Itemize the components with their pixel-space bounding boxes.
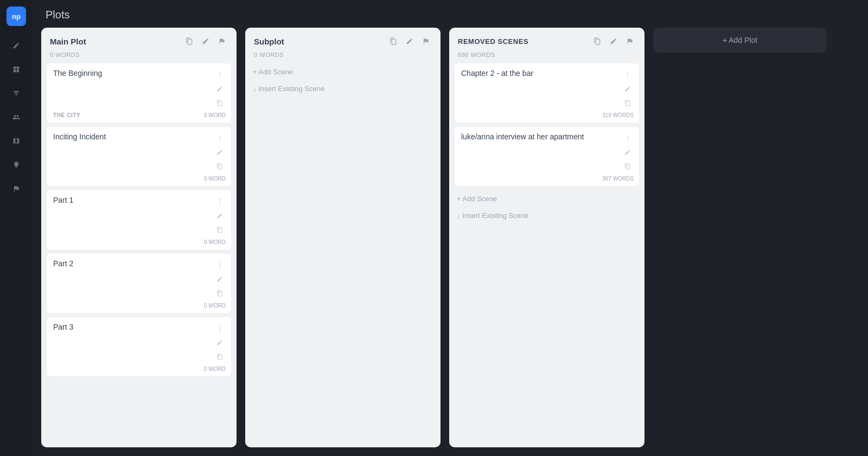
scenes-list-main: The Beginning ⋮ THE CITY [41, 63, 237, 447]
plot-header-main: Main Plot [41, 28, 237, 52]
scene-pen-icon[interactable] [622, 83, 634, 95]
removed-edit-icon[interactable] [608, 35, 620, 47]
scene-title: Chapter 2 - at the bar [461, 69, 622, 78]
scene-word-count: 367 WORDS [602, 176, 634, 182]
plot-title-subplot: Subplot [254, 37, 383, 46]
page-header: Plots [33, 0, 868, 28]
add-scene-row[interactable]: + Add Scene [251, 63, 435, 80]
add-scene-label-removed: + Add Scene [457, 195, 497, 203]
plot-word-count-subplot: 0 WORDS [245, 52, 441, 63]
scene-card: Chapter 2 - at the bar ⋮ [455, 63, 639, 123]
scene-title: luke/anna interview at her apartment [461, 132, 622, 141]
sidebar-icon-filter[interactable] [7, 84, 26, 103]
scenes-list-removed: Chapter 2 - at the bar ⋮ [449, 63, 644, 447]
plot-header-icons-removed [591, 35, 636, 47]
main-content: Plots Main Plot 0 WORDS [33, 0, 868, 456]
sidebar-icon-goals[interactable] [7, 179, 26, 198]
plot-word-count-main: 0 WORDS [41, 52, 237, 63]
scene-copy-icon[interactable] [622, 97, 634, 109]
page-title: Plots [46, 9, 69, 21]
scene-word-count: 319 WORDS [602, 112, 634, 118]
add-scene-label: + Add Scene [253, 68, 293, 76]
subplot-flag-icon[interactable] [420, 35, 432, 47]
scene-copy-icon[interactable] [214, 351, 226, 363]
insert-scene-row-removed[interactable]: ↓ Insert Existing Scene [455, 207, 639, 224]
scene-title: Part 1 [53, 196, 214, 204]
plot-header-icons-main [183, 35, 228, 47]
scene-card: Part 2 ⋮ 0 WORD [47, 254, 231, 313]
scene-word-count: 0 WORD [204, 303, 226, 309]
scene-more-icon[interactable]: ⋮ [214, 196, 226, 208]
scene-pen-icon[interactable] [622, 146, 634, 158]
sidebar-icon-map[interactable] [7, 131, 26, 151]
scene-more-icon[interactable]: ⋮ [214, 69, 226, 81]
plot-title-main: Main Plot [50, 37, 179, 46]
app-logo: np [7, 7, 26, 26]
plot-title-removed: REMOVED SCENES [458, 37, 587, 46]
scene-more-icon[interactable]: ⋮ [214, 259, 226, 271]
insert-scene-label: ↓ Insert Existing Scene [253, 85, 324, 93]
plot-column-removed: REMOVED SCENES 686 WORDS [449, 28, 644, 447]
scene-pen-icon[interactable] [214, 83, 226, 95]
plot-copy-icon[interactable] [183, 35, 195, 47]
plot-flag-icon[interactable] [216, 35, 228, 47]
add-plot-button[interactable]: + Add Plot [653, 28, 827, 53]
scene-pen-icon[interactable] [214, 273, 226, 285]
scene-copy-icon[interactable] [622, 160, 634, 172]
scene-more-icon[interactable]: ⋮ [214, 132, 226, 144]
plot-header-removed: REMOVED SCENES [449, 28, 644, 52]
removed-copy-icon[interactable] [591, 35, 603, 47]
scene-word-count: 0 WORD [204, 239, 226, 245]
plot-word-count-removed: 686 WORDS [449, 52, 644, 63]
scene-copy-icon[interactable] [214, 97, 226, 109]
scene-more-icon[interactable]: ⋮ [622, 69, 634, 81]
scene-card: Part 1 ⋮ 0 WORD [47, 190, 231, 249]
insert-scene-label-removed: ↓ Insert Existing Scene [457, 211, 528, 220]
plot-header-icons-subplot [387, 35, 432, 47]
insert-scene-row[interactable]: ↓ Insert Existing Scene [251, 80, 435, 97]
sidebar-icon-board[interactable] [7, 60, 26, 79]
add-plot-label: + Add Plot [723, 36, 757, 44]
scene-title: Part 3 [53, 323, 214, 331]
plots-area: Main Plot 0 WORDS [33, 28, 868, 456]
scene-word-count: 0 WORD [204, 366, 226, 372]
scene-card: The Beginning ⋮ THE CITY [47, 63, 231, 123]
sidebar-icon-users[interactable] [7, 107, 26, 127]
scene-card: Inciting Incident ⋮ [47, 127, 231, 186]
plot-header-subplot: Subplot [245, 28, 441, 52]
scene-tag: THE CITY [53, 112, 80, 118]
scene-copy-icon[interactable] [214, 287, 226, 299]
scene-word-count: 0 WORD [204, 176, 226, 182]
scene-copy-icon[interactable] [214, 224, 226, 236]
scene-pen-icon[interactable] [214, 210, 226, 222]
scene-word-count: 0 WORD [204, 112, 226, 118]
sidebar-icon-pen[interactable] [7, 36, 26, 55]
add-scene-row-removed[interactable]: + Add Scene [455, 190, 639, 207]
sidebar: np [0, 0, 33, 456]
removed-flag-icon[interactable] [624, 35, 636, 47]
subplot-copy-icon[interactable] [387, 35, 399, 47]
plot-edit-icon[interactable] [200, 35, 212, 47]
scene-title: Inciting Incident [53, 132, 214, 141]
scene-pen-icon[interactable] [214, 146, 226, 158]
plot-column-subplot: Subplot 0 WORDS + Add Scene [245, 28, 441, 447]
scene-card: Part 3 ⋮ 0 WORD [47, 317, 231, 376]
plot-column-main: Main Plot 0 WORDS [41, 28, 237, 447]
subplot-edit-icon[interactable] [404, 35, 416, 47]
scene-title: Part 2 [53, 259, 214, 268]
scene-more-icon[interactable]: ⋮ [622, 132, 634, 144]
scene-card: luke/anna interview at her apartment ⋮ [455, 127, 639, 186]
sidebar-icon-bulb[interactable] [7, 155, 26, 175]
scene-copy-icon[interactable] [214, 160, 226, 172]
scene-title: The Beginning [53, 69, 214, 78]
scenes-list-subplot: + Add Scene ↓ Insert Existing Scene [245, 63, 441, 447]
scene-pen-icon[interactable] [214, 337, 226, 349]
scene-more-icon[interactable]: ⋮ [214, 323, 226, 335]
